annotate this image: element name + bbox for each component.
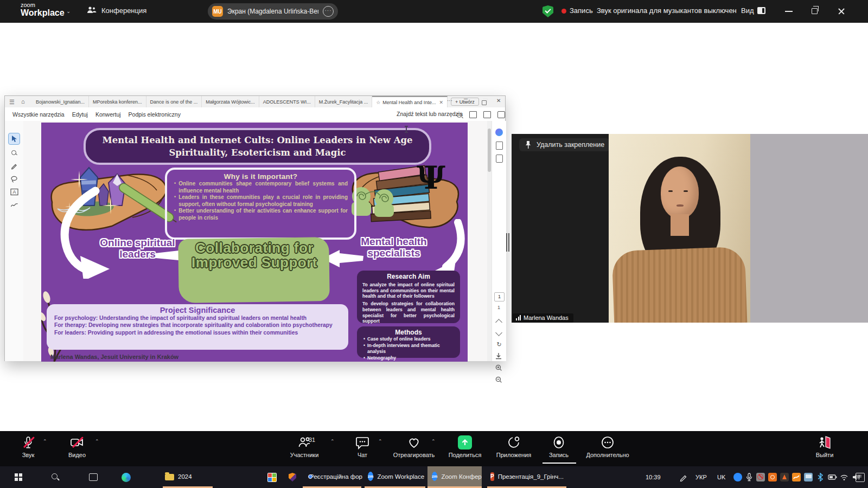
pdf-tab[interactable]: Bojanowski_Ignatian... <box>32 96 89 107</box>
zoom-in-icon[interactable] <box>495 364 503 372</box>
folder-app-button[interactable]: 2024 <box>161 466 215 486</box>
unpin-button[interactable]: Удалить закрепление <box>519 138 610 151</box>
notification-center-button[interactable] <box>853 466 867 488</box>
tray-blocked-icon[interactable] <box>756 473 765 481</box>
language-label[interactable]: УКР <box>695 466 707 488</box>
shared-screen-pill[interactable]: MU Экран (Magdalena Urlińska-Bere ··· <box>208 3 338 20</box>
panel-resize-handle[interactable] <box>506 233 510 252</box>
record-button[interactable]: Запись <box>531 434 587 458</box>
tray-bluetooth-icon[interactable] <box>816 473 825 481</box>
hamburger-menu-icon[interactable]: ☰ <box>9 99 18 107</box>
page-number-box[interactable]: 1 <box>494 292 505 301</box>
tray-battery-icon[interactable] <box>828 473 837 481</box>
pdf-tab[interactable]: MPorebska konferen... <box>89 96 146 107</box>
signature-tool-icon[interactable] <box>8 199 20 211</box>
tray-scribble-icon[interactable] <box>792 473 801 481</box>
chevron-down-icon[interactable]: ⌄ <box>66 8 71 14</box>
select-tool-icon[interactable] <box>8 133 20 145</box>
zoom-out-icon[interactable] <box>495 376 503 384</box>
security-shield-icon[interactable] <box>542 5 553 17</box>
pdf-minimize-button[interactable]: ─ <box>464 96 468 102</box>
poster-slide: Mental Health and Internet Cults: Online… <box>41 123 468 362</box>
pencil-tool-icon[interactable] <box>8 160 20 172</box>
tray-network-icon[interactable] <box>840 473 848 481</box>
pdf-menu-item[interactable]: Edytuj <box>72 111 88 118</box>
participants-button[interactable]: 31 Участники <box>276 434 333 458</box>
video-button[interactable]: Видео <box>49 434 105 458</box>
tray-microphone-icon[interactable] <box>745 473 754 481</box>
more-button[interactable]: Дополнительно <box>579 434 636 458</box>
edge-icon <box>122 473 131 482</box>
language-short[interactable]: UK <box>717 466 725 488</box>
restore-button[interactable] <box>803 0 828 23</box>
tray-adobe-icon[interactable] <box>780 473 789 481</box>
view-layout-icon[interactable] <box>757 7 765 14</box>
minimize-button[interactable] <box>777 0 802 23</box>
tray-orange-ring-icon[interactable] <box>768 473 777 481</box>
clipboard-icon[interactable] <box>496 155 503 163</box>
shield-app-button[interactable] <box>284 466 301 488</box>
shared-screen-area: ☰ ⌂ Bojanowski_Ignatian...MPorebska konf… <box>0 23 868 431</box>
powerpoint-icon: P <box>490 472 494 481</box>
download-icon[interactable] <box>495 352 503 360</box>
chat-button[interactable]: Чат <box>334 434 391 458</box>
start-button[interactable] <box>10 466 27 488</box>
taskbar-search-button[interactable] <box>47 466 64 488</box>
pdf-tab-active[interactable]: ☆ Mental Health and Inte... ✕ <box>372 96 448 107</box>
audio-options-chevron[interactable]: ⌃ <box>43 439 47 444</box>
tray-monitor-icon[interactable] <box>804 473 813 481</box>
close-button[interactable] <box>829 0 854 23</box>
view-label[interactable]: Вид <box>741 7 754 15</box>
mail-icon[interactable] <box>497 111 505 118</box>
text-box-tool-icon[interactable]: A <box>8 186 20 198</box>
pdf-menu-item[interactable]: Podpis elektroniczny <box>129 111 181 118</box>
tray-zoom-icon[interactable] <box>733 473 742 481</box>
print-icon[interactable] <box>483 111 491 118</box>
tray-pen[interactable] <box>679 466 687 488</box>
more-options-icon[interactable]: ··· <box>323 6 334 17</box>
react-button[interactable]: Отреагировать <box>386 434 442 458</box>
page-up-icon[interactable] <box>495 319 502 326</box>
original-sound-label[interactable]: Звук оригинала для музыкантов выключен <box>597 7 737 15</box>
edge-button[interactable] <box>117 466 135 488</box>
video-options-chevron[interactable]: ⌃ <box>95 439 99 444</box>
lasso-tool-icon[interactable] <box>8 173 20 185</box>
pdf-restore-button[interactable] <box>482 100 487 105</box>
search-icon[interactable] <box>457 111 463 121</box>
leave-button[interactable]: Выйти <box>796 434 853 458</box>
chat-options-chevron[interactable]: ⌃ <box>378 439 382 444</box>
pdf-menu-item[interactable]: Wszystkie narzędzia <box>12 111 65 118</box>
react-options-chevron[interactable]: ⌃ <box>431 439 436 444</box>
taskbar-app-powerpoint[interactable]: P Презентація_9_Грінч... <box>486 466 567 486</box>
pdf-scrollbar[interactable] <box>487 121 492 361</box>
pdf-tab[interactable]: Dance is one of the ... <box>146 96 202 107</box>
significance-lines: For psychology: Understanding the impact… <box>54 314 341 336</box>
tab-meeting[interactable]: Конференция <box>87 6 146 15</box>
store-button[interactable] <box>264 466 280 488</box>
task-view-button[interactable] <box>85 466 102 488</box>
pdf-menu-item[interactable]: Konwertuj <box>95 111 121 118</box>
ai-assistant-icon[interactable] <box>495 129 503 136</box>
clock[interactable]: 10:39 <box>646 466 661 488</box>
pdf-tab[interactable]: M.Żurek_Facylitacja ... <box>315 96 373 107</box>
pdf-tab[interactable]: Małgorzata Wójtowic... <box>202 96 259 107</box>
pdf-tab[interactable]: ADOLESCENTS WI... <box>259 96 315 107</box>
pdf-more-icon[interactable]: ··· <box>447 98 452 104</box>
avatar: MU <box>212 6 223 17</box>
save-icon[interactable] <box>469 111 477 118</box>
page-thumbnails-icon[interactable] <box>496 142 503 150</box>
star-icon[interactable]: ☆ <box>376 100 380 105</box>
pdf-close-button[interactable]: ✕ <box>496 98 501 104</box>
share-button[interactable]: Поделиться <box>437 434 493 458</box>
pdf-search-label[interactable]: Znajdź tekst lub narzędzia <box>397 111 463 117</box>
audio-button[interactable]: Звук <box>0 434 56 458</box>
taskbar-app-zoom-workplace[interactable]: zm Zoom Workplace <box>363 466 426 486</box>
taskbar-app-zoom-meeting[interactable]: zm Zoom Конференция <box>427 466 482 486</box>
page-down-icon[interactable] <box>495 329 502 336</box>
rotate-icon[interactable]: ↻ <box>495 341 503 348</box>
tab-close-icon[interactable]: ✕ <box>439 100 443 105</box>
zoom-tool-icon[interactable] <box>8 147 20 159</box>
home-icon[interactable]: ⌂ <box>21 98 30 107</box>
more-icon <box>601 435 615 450</box>
taskbar-app-chrome[interactable]: Реєстраційна форма... <box>302 466 362 486</box>
